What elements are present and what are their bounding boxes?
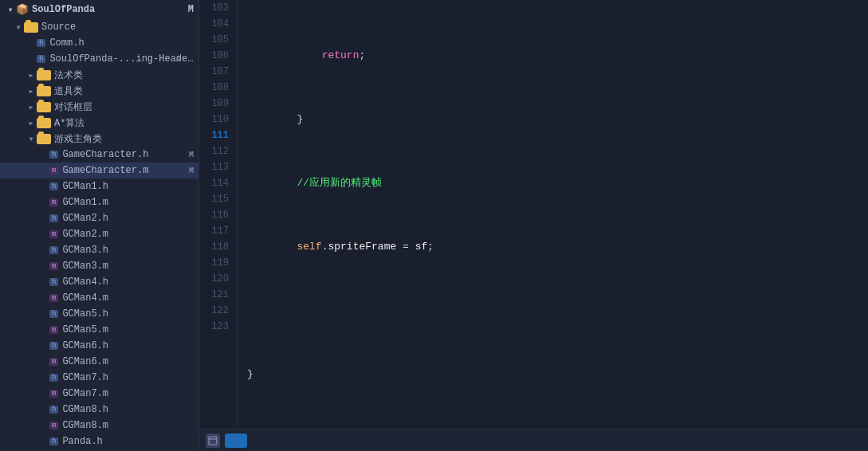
gcman3-h-label: GCMan3.h [62, 245, 198, 256]
line-num-117: 117 [207, 223, 229, 239]
sidebar-item-soulofpanda-header[interactable]: h SoulOfPanda-...ing-Header.h A [0, 51, 198, 67]
sidebar-item-duihua[interactable]: 对话框层 [0, 99, 198, 115]
source-folder-icon [24, 22, 38, 33]
h-badge-gcman3: h [49, 246, 58, 254]
sidebar-item-gcman3-m[interactable]: m GCMan3.m [0, 258, 198, 274]
line-num-108: 108 [207, 80, 229, 96]
h-badge-sop: h [37, 55, 45, 63]
gcman1-m-label: GCMan1.m [62, 197, 198, 208]
sidebar-item-gcman1-m[interactable]: m GCMan1.m [0, 194, 198, 210]
gc-m-label: GameCharacter.m [62, 165, 198, 176]
duihua-arrow [26, 101, 37, 113]
m-badge-gcman5: m [49, 326, 58, 334]
line-num-121: 121 [207, 287, 229, 303]
sidebar-item-cgman8-m[interactable]: m CGMan8.m [0, 418, 198, 433]
sidebar-item-source[interactable]: Source [0, 19, 198, 35]
h-badge-comm: h [37, 39, 45, 47]
line-num-103: 103 [207, 0, 229, 16]
sidebar-item-daoju[interactable]: 道具类 [0, 83, 198, 99]
gcman2-h-label: GCMan2.h [62, 213, 198, 224]
m-badge-gcman1: m [49, 198, 58, 206]
sidebar-item-gcman3-h[interactable]: h GCMan3.h [0, 242, 198, 258]
gcman4-h-label: GCMan4.h [62, 276, 198, 288]
sidebar-item-panda-h[interactable]: h Panda.h [0, 433, 198, 449]
sop-header-badge-a: A [176, 55, 181, 64]
sidebar-item-gcman5-m[interactable]: m GCMan5.m [0, 322, 198, 338]
line-num-123: 123 [207, 319, 229, 335]
h-badge-gcman4: h [49, 278, 58, 286]
astar-label: A*算法 [54, 116, 198, 130]
sidebar-item-gcman7-m[interactable]: m GCMan7.m [0, 386, 198, 402]
m-badge-cgman8: m [49, 422, 58, 429]
sidebar-item-cgman8-h[interactable]: h CGMan8.h [0, 402, 198, 418]
sidebar: 📦 SoulOfPanda M Source h Comm.h h SoulOf… [0, 0, 199, 451]
gcman7-h-label: GCMan7.h [62, 372, 198, 383]
gcman1-h-label: GCMan1.h [62, 181, 198, 192]
gcman2-m-label: GCMan2.m [62, 229, 198, 240]
sidebar-item-gcman7-h[interactable]: h GCMan7.h [0, 370, 198, 386]
gcman5-m-label: GCMan5.m [62, 324, 198, 335]
bottom-icon-collapse[interactable] [206, 433, 220, 448]
youzhu-label: 游戏主角类 [54, 132, 198, 146]
line-num-120: 120 [207, 271, 229, 287]
daoju-label: 道具类 [54, 84, 198, 98]
sidebar-item-gc-h[interactable]: h GameCharacter.h M [0, 147, 198, 163]
line-num-118: 118 [207, 239, 229, 255]
m-badge-gc: m [49, 167, 58, 175]
m-badge-gcman3: m [49, 262, 58, 270]
shufa-arrow [26, 69, 37, 81]
youzhu-folder-icon [37, 134, 51, 144]
code-line-104: } [247, 112, 858, 127]
sidebar-item-youzhu[interactable]: 游戏主角类 [0, 131, 198, 147]
sidebar-item-gcman6-h[interactable]: h GCMan6.h [0, 338, 198, 354]
m-badge-gcman7: m [49, 390, 58, 398]
code-content[interactable]: return; } //应用新的精灵帧 self.spriteFrame = s… [238, 0, 868, 429]
code-line-108: } [247, 367, 858, 382]
astar-arrow [26, 117, 37, 129]
gcman3-m-label: GCMan3.m [62, 261, 198, 272]
svg-rect-0 [209, 437, 217, 445]
code-line-106: self.spriteFrame = sf; [247, 239, 858, 255]
line-num-113: 113 [207, 159, 229, 175]
project-badge: M [188, 4, 194, 15]
sidebar-item-gcman4-m[interactable]: m GCMan4.m [0, 290, 198, 306]
project-root[interactable]: 📦 SoulOfPanda M [0, 0, 198, 19]
daoju-folder-icon [37, 86, 51, 96]
sidebar-item-gc-m[interactable]: m GameCharacter.m M [0, 163, 198, 178]
gcman5-h-label: GCMan5.h [62, 308, 198, 320]
source-label: Source [41, 22, 198, 33]
h-badge-gcman1: h [49, 182, 58, 190]
line-numbers: 103 104 105 106 107 108 109 110 111 112 … [199, 0, 238, 429]
code-scroll-area[interactable]: 103 104 105 106 107 108 109 110 111 112 … [199, 0, 868, 429]
sidebar-item-astar[interactable]: A*算法 [0, 115, 198, 131]
h-badge-gcman6: h [49, 342, 58, 350]
line-num-116: 116 [207, 207, 229, 223]
sidebar-item-gcman1-h[interactable]: h GCMan1.h [0, 178, 198, 194]
sidebar-item-gcman4-h[interactable]: h GCMan4.h [0, 274, 198, 290]
bottom-bar [199, 429, 868, 451]
sidebar-item-gcman6-m[interactable]: m GCMan6.m [0, 354, 198, 370]
sidebar-item-shufa[interactable]: 法术类 [0, 67, 198, 83]
m-badge-gcman4: m [49, 294, 58, 302]
gc-h-label: GameCharacter.h [62, 149, 198, 160]
h-badge-gc: h [49, 151, 58, 159]
h-badge-gcman5: h [49, 310, 58, 318]
code-line-105: //应用新的精灵帧 [247, 175, 858, 191]
sidebar-item-gcman2-m[interactable]: m GCMan2.m [0, 226, 198, 242]
line-num-114: 114 [207, 175, 229, 191]
daoju-arrow [26, 85, 37, 97]
comm-h-label: Comm.h [49, 37, 198, 49]
h-badge-gcman7: h [49, 374, 58, 382]
gcman6-m-label: GCMan6.m [62, 356, 198, 367]
line-num-105: 105 [207, 32, 229, 48]
sidebar-item-gcman2-h[interactable]: h GCMan2.h [0, 210, 198, 226]
bottom-progress-indicator[interactable] [225, 433, 247, 448]
line-num-112: 112 [207, 143, 229, 159]
sidebar-item-comm-h[interactable]: h Comm.h [0, 35, 198, 51]
sidebar-item-gcman5-h[interactable]: h GCMan5.h [0, 306, 198, 322]
project-name: SoulOfPanda [32, 4, 188, 15]
code-line-107 [247, 303, 858, 319]
line-num-104: 104 [207, 16, 229, 32]
shufa-folder-icon [37, 70, 51, 80]
gcman4-m-label: GCMan4.m [62, 292, 198, 304]
